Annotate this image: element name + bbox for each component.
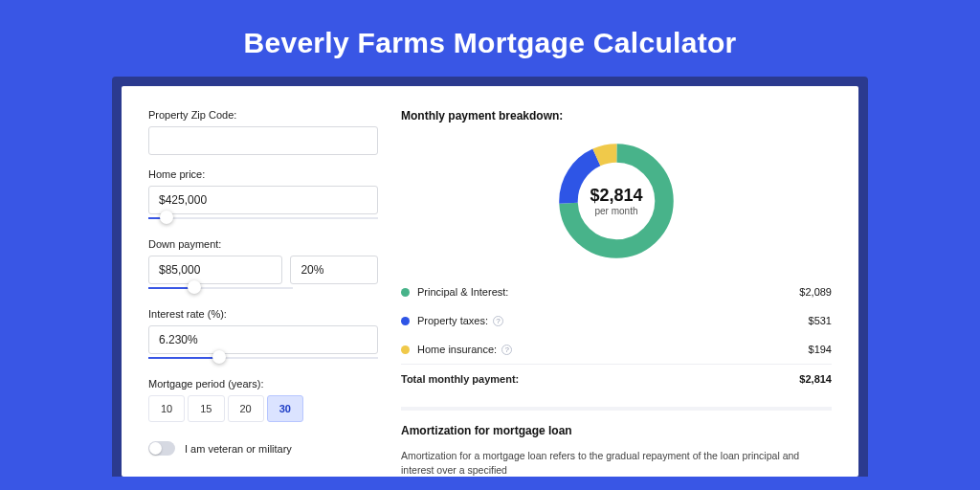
value-principal: $2,089 bbox=[799, 286, 832, 298]
calculator-card: Property Zip Code: Home price: Down paym… bbox=[122, 86, 858, 477]
field-price: Home price: bbox=[148, 168, 378, 225]
down-label: Down payment: bbox=[148, 238, 378, 250]
label-total: Total monthly payment: bbox=[401, 373, 519, 385]
info-icon[interactable]: ? bbox=[493, 316, 503, 326]
zip-input[interactable] bbox=[148, 126, 378, 155]
donut-wrap: $2,814 per month bbox=[401, 134, 832, 278]
period-btn-15[interactable]: 15 bbox=[188, 395, 224, 422]
down-amount-input[interactable] bbox=[148, 256, 282, 284]
row-insurance: Home insurance: ? $194 bbox=[401, 335, 832, 364]
amort-text: Amortization for a mortgage loan refers … bbox=[401, 449, 832, 477]
amortization-section: Amortization for mortgage loan Amortizat… bbox=[401, 407, 832, 477]
period-btn-10[interactable]: 10 bbox=[148, 395, 185, 422]
info-icon[interactable]: ? bbox=[501, 345, 512, 355]
label-taxes: Property taxes: bbox=[417, 315, 488, 326]
rate-input[interactable] bbox=[148, 325, 378, 354]
price-slider[interactable] bbox=[148, 213, 378, 225]
down-slider[interactable] bbox=[148, 283, 293, 295]
value-insurance: $194 bbox=[809, 344, 832, 355]
rate-slider-thumb[interactable] bbox=[212, 350, 226, 364]
veteran-toggle[interactable] bbox=[148, 441, 175, 456]
row-taxes: Property taxes: ? $531 bbox=[401, 306, 832, 335]
dot-taxes bbox=[401, 317, 410, 325]
breakdown-column: Monthly payment breakdown: $2,814 per mo… bbox=[401, 109, 832, 477]
field-down: Down payment: bbox=[148, 238, 378, 295]
donut-chart: $2,814 per month bbox=[553, 138, 679, 264]
label-principal: Principal & Interest: bbox=[417, 286, 508, 298]
down-percent-input[interactable] bbox=[290, 256, 378, 284]
donut-amount: $2,814 bbox=[590, 186, 642, 206]
page-title: Beverly Farms Mortgage Calculator bbox=[0, 0, 980, 77]
breakdown-title: Monthly payment breakdown: bbox=[401, 109, 832, 122]
down-slider-thumb[interactable] bbox=[188, 280, 201, 294]
field-rate: Interest rate (%): bbox=[148, 308, 378, 365]
period-btn-30[interactable]: 30 bbox=[267, 395, 303, 422]
form-column: Property Zip Code: Home price: Down paym… bbox=[148, 109, 378, 477]
row-total: Total monthly payment: $2,814 bbox=[401, 364, 832, 393]
value-total: $2,814 bbox=[799, 373, 832, 385]
dot-principal bbox=[401, 288, 410, 297]
veteran-label: I am veteran or military bbox=[185, 443, 292, 455]
dot-insurance bbox=[401, 345, 410, 354]
field-zip: Property Zip Code: bbox=[148, 109, 378, 155]
rate-slider[interactable] bbox=[148, 353, 378, 365]
zip-label: Property Zip Code: bbox=[148, 109, 378, 121]
donut-center: $2,814 per month bbox=[553, 138, 679, 264]
period-btn-20[interactable]: 20 bbox=[228, 395, 264, 422]
veteran-row: I am veteran or military bbox=[148, 441, 378, 456]
period-label: Mortgage period (years): bbox=[148, 378, 378, 390]
donut-sub: per month bbox=[594, 206, 637, 216]
price-label: Home price: bbox=[148, 168, 378, 180]
label-insurance: Home insurance: bbox=[417, 344, 497, 355]
field-period: Mortgage period (years): 10 15 20 30 bbox=[148, 378, 378, 422]
amort-title: Amortization for mortgage loan bbox=[401, 424, 832, 437]
price-slider-thumb[interactable] bbox=[160, 211, 173, 224]
period-button-group: 10 15 20 30 bbox=[148, 395, 378, 422]
value-taxes: $531 bbox=[809, 315, 832, 326]
card-outer: Property Zip Code: Home price: Down paym… bbox=[112, 77, 868, 477]
price-input[interactable] bbox=[148, 186, 378, 214]
rate-label: Interest rate (%): bbox=[148, 308, 378, 320]
row-principal: Principal & Interest: $2,089 bbox=[401, 278, 832, 306]
